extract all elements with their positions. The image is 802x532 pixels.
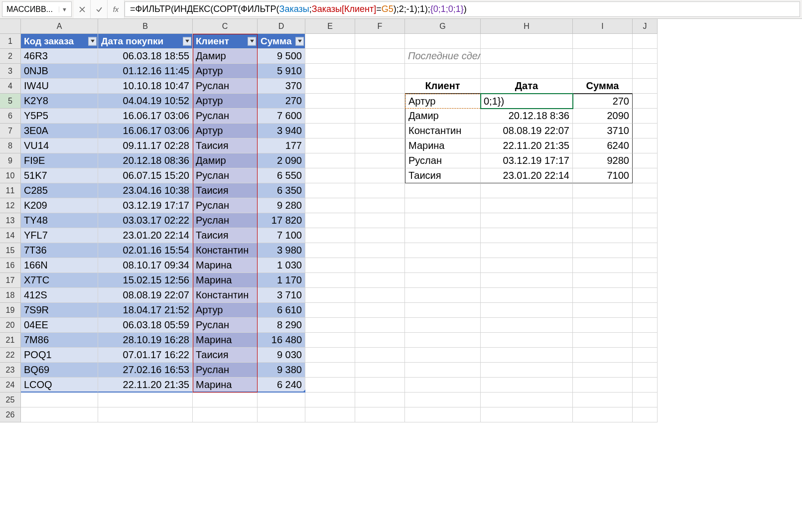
formula-cancel-button[interactable] [74, 0, 91, 18]
cell[interactable] [193, 407, 258, 422]
cell[interactable]: C285 [21, 183, 98, 198]
cell[interactable] [481, 49, 573, 64]
row-header[interactable]: 20 [0, 318, 21, 333]
cell[interactable]: Таисия [193, 228, 258, 243]
cell[interactable] [405, 243, 481, 258]
cell[interactable] [633, 124, 658, 138]
cell[interactable] [405, 64, 481, 79]
cell[interactable] [305, 273, 355, 288]
cell[interactable] [573, 228, 633, 243]
cell[interactable] [305, 228, 355, 243]
cell[interactable] [573, 303, 633, 318]
cell[interactable] [573, 64, 633, 79]
cell[interactable]: Константин [193, 288, 258, 303]
cell[interactable] [573, 363, 633, 378]
cell[interactable] [305, 407, 355, 422]
cell[interactable] [305, 94, 355, 109]
summary-client[interactable]: Руслан [405, 153, 481, 168]
cell[interactable] [21, 407, 98, 422]
cell[interactable]: 06.03.18 05:59 [98, 318, 193, 333]
cell[interactable]: 51K7 [21, 168, 98, 183]
cell[interactable] [355, 34, 405, 49]
cell[interactable]: 15.02.15 12:56 [98, 273, 193, 288]
cell[interactable]: 04EE [21, 318, 98, 333]
select-all-corner[interactable] [0, 19, 21, 34]
cell[interactable]: 06.07.15 15:20 [98, 168, 193, 183]
cell[interactable]: Марина [193, 378, 258, 393]
cell[interactable] [633, 198, 658, 213]
cell[interactable] [633, 49, 658, 64]
cell[interactable] [633, 378, 658, 393]
cell[interactable] [633, 168, 658, 183]
row-header[interactable]: 18 [0, 288, 21, 303]
cell[interactable] [481, 213, 573, 228]
cell[interactable] [305, 363, 355, 378]
cell[interactable] [405, 34, 481, 49]
cell[interactable] [355, 109, 405, 124]
cell[interactable]: 3 940 [258, 124, 305, 138]
cell[interactable]: 6 350 [258, 183, 305, 198]
cell[interactable] [573, 49, 633, 64]
cell[interactable] [355, 228, 405, 243]
cell[interactable] [481, 198, 573, 213]
cell[interactable] [305, 288, 355, 303]
cell[interactable] [355, 124, 405, 138]
cell[interactable] [633, 109, 658, 124]
column-header[interactable]: H [481, 19, 573, 34]
cell[interactable] [355, 318, 405, 333]
column-header[interactable]: C [193, 19, 258, 34]
cell[interactable]: 04.04.19 10:52 [98, 94, 193, 109]
cell[interactable] [481, 363, 573, 378]
cell[interactable]: 7S9R [21, 303, 98, 318]
cell[interactable] [305, 64, 355, 79]
filter-dropdown-icon[interactable] [88, 37, 97, 45]
row-header[interactable]: 12 [0, 198, 21, 213]
cell[interactable]: 06.03.18 18:55 [98, 49, 193, 64]
cell[interactable] [633, 64, 658, 79]
row-header[interactable]: 3 [0, 64, 21, 79]
cell[interactable] [405, 318, 481, 333]
cell[interactable]: Марина [193, 333, 258, 348]
cell[interactable] [633, 228, 658, 243]
cell[interactable]: Артур [193, 94, 258, 109]
row-header[interactable]: 13 [0, 213, 21, 228]
cell[interactable] [633, 333, 658, 348]
cell[interactable]: 16.06.17 03:06 [98, 109, 193, 124]
cell[interactable] [405, 393, 481, 407]
cell[interactable] [355, 393, 405, 407]
summary-sum[interactable]: 3710 [573, 124, 633, 138]
column-header[interactable]: A [21, 19, 98, 34]
summary-sum[interactable]: 2090 [573, 109, 633, 124]
cell[interactable] [305, 348, 355, 363]
filter-dropdown-icon[interactable] [183, 37, 191, 45]
cell[interactable] [305, 153, 355, 168]
cell[interactable]: Руслан [193, 79, 258, 94]
cell[interactable] [355, 273, 405, 288]
cell[interactable] [355, 407, 405, 422]
cell[interactable] [355, 258, 405, 273]
cell[interactable]: X7TC [21, 273, 98, 288]
filter-dropdown-icon[interactable] [248, 37, 256, 45]
formula-input[interactable]: =ФИЛЬТР(ИНДЕКС(СОРТ(ФИЛЬТР(Заказы;Заказы… [125, 1, 800, 17]
cell[interactable]: 7 600 [258, 109, 305, 124]
cell[interactable] [355, 198, 405, 213]
row-header[interactable]: 26 [0, 407, 21, 422]
table-resize-handle-icon[interactable] [302, 390, 305, 393]
cell[interactable] [405, 288, 481, 303]
row-header[interactable]: 7 [0, 124, 21, 138]
cell[interactable] [305, 138, 355, 153]
cell[interactable] [355, 213, 405, 228]
cell[interactable]: 03.12.19 17:17 [98, 198, 193, 213]
cell[interactable] [573, 34, 633, 49]
cell[interactable] [98, 393, 193, 407]
cell[interactable] [573, 258, 633, 273]
cell[interactable] [633, 258, 658, 273]
summary-sum[interactable]: 7100 [573, 168, 633, 183]
cell[interactable]: 6 550 [258, 168, 305, 183]
cell[interactable]: 16 480 [258, 333, 305, 348]
cell[interactable] [98, 407, 193, 422]
cell[interactable]: Марина [193, 258, 258, 273]
cell[interactable]: 16.06.17 03:06 [98, 124, 193, 138]
cell[interactable] [573, 393, 633, 407]
cell[interactable]: 46R3 [21, 49, 98, 64]
